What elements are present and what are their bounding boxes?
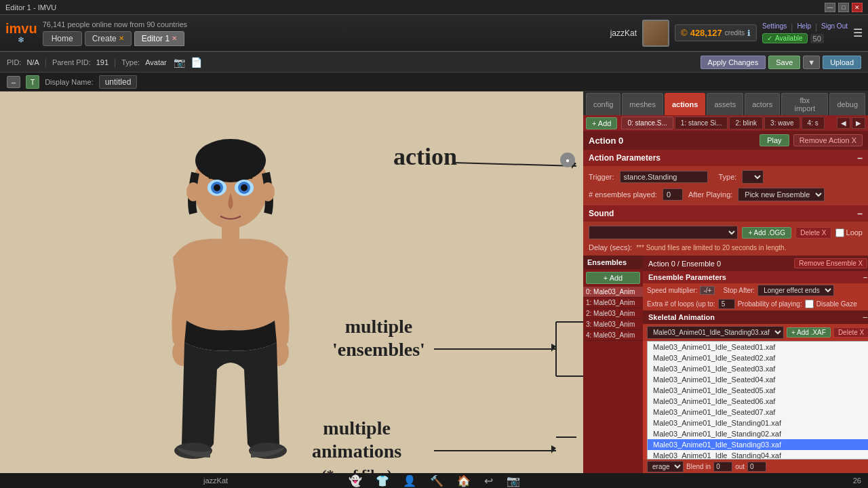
camera-icon[interactable]: 📷 [174,57,185,68]
apply-changes-button[interactable]: Apply Changes [701,56,766,69]
footer-icon-arrow[interactable]: ↩ [484,474,493,487]
info-icon[interactable]: ℹ [747,28,751,38]
skeletal-minimize[interactable]: – [863,312,868,322]
footer-icon-shirt[interactable]: 👕 [376,474,389,487]
footer-icon-tool[interactable]: 🔨 [430,474,443,487]
action-tab-3[interactable]: 3: wave [764,117,800,129]
dropdown-item[interactable]: Male03_Anime01_Idle_Seated02.xaf [648,352,868,363]
add-ensemble-button[interactable]: + Add [586,272,640,284]
file-icon[interactable]: 📄 [191,57,202,68]
dropdown-item[interactable]: Male03_Anime01_Idle_Standing02.xaf [648,428,868,439]
action-next-button[interactable]: ▶ [852,117,865,129]
ensemble-item-2[interactable]: 2: Male03_Anim [583,308,643,319]
dropdown-item[interactable]: Male03_Anime01_Idle_Seated04.xaf [648,374,868,385]
add-ogg-button[interactable]: + Add .OGG [742,227,791,239]
loop-checkbox[interactable] [835,228,844,237]
create-close-icon[interactable]: ✕ [119,35,124,42]
dropdown-item[interactable]: Male03_Anime01_Idle_Seated06.xaf [648,396,868,407]
svg-point-1 [195,139,266,182]
tab-actors[interactable]: actors [745,93,780,115]
dropdown-item[interactable]: Male03_Anime01_Idle_Seated03.xaf [648,363,868,374]
action-params-minimize[interactable]: – [857,152,863,163]
parent-pid-label: Parent PID: [52,58,91,66]
sound-minimize[interactable]: – [857,208,863,219]
editor-tab-button[interactable]: Editor 1 ✕ [134,31,184,46]
action-tab-0[interactable]: 0: stance.S... [621,117,673,129]
speed-adjust-button[interactable]: -/+ [700,286,715,295]
delete-ogg-button[interactable]: Delete X [795,227,831,239]
dropdown-item[interactable]: Male03_Anime01_Idle_Seated05.xaf [648,385,868,396]
save-button[interactable]: Save [768,56,800,69]
footer-icon-home[interactable]: 🏠 [457,474,471,487]
dropdown-item-selected[interactable]: Male03_Anime01_Idle_Standing03.xaf [648,439,868,450]
loops-input[interactable] [718,299,735,309]
speed-row: Speed multiplier: -/+ Stop After: Longer… [643,283,868,298]
action-tab-4[interactable]: 4: s [802,117,825,129]
editor-close-icon[interactable]: ✕ [172,35,177,42]
ensemble-item-4[interactable]: 4: Male03_Anim [583,330,643,341]
tab-assets[interactable]: assets [707,93,743,115]
footer-icon-person[interactable]: 👤 [403,474,416,487]
disable-gaze-checkbox[interactable] [805,300,814,308]
xaf-select[interactable]: Male03_Anime01_Idle_Standing03.xaf [647,326,784,339]
display-name-value[interactable]: untitled [99,75,138,89]
status-badge: ✓ Available [762,33,807,43]
action-prev-button[interactable]: ◀ [837,117,850,129]
tab-debug[interactable]: debug [829,93,865,115]
help-link[interactable]: Help [797,22,811,32]
blend-in-input[interactable] [713,462,732,472]
dropdown-item[interactable]: Male03_Anime01_Idle_Seated07.xaf [648,407,868,418]
ensemble-params-header: Ensemble Parameters – [643,271,868,283]
ensemble-params-minimize[interactable]: – [863,273,867,281]
signout-link[interactable]: Sign Out [821,22,848,32]
remove-ensemble-button[interactable]: Remove Ensemble X [794,258,867,268]
add-action-button[interactable]: + Add [586,117,617,129]
blend-type-select[interactable]: erage [647,461,684,472]
type-label: Type: [121,58,140,66]
ensemble-item-0[interactable]: 0: Male03_Anim [583,287,643,298]
right-panel: config meshes actions assets actors fbx … [583,92,868,473]
trigger-input[interactable] [620,171,708,183]
minimize-button[interactable]: — [825,3,835,12]
menu-icon[interactable]: ☰ [853,26,863,39]
delay-row: Delay (secs): *** Sound files are limite… [583,241,868,253]
blend-out-input[interactable] [747,462,766,472]
collapse-button[interactable]: – [7,76,20,88]
home-button[interactable]: Home [43,31,82,46]
close-button[interactable]: ✕ [852,3,863,12]
tab-actions[interactable]: actions [665,93,706,115]
blend-out-label: out [735,463,745,470]
ensemble-item-1[interactable]: 1: Male03_Anim [583,298,643,308]
ensembles-label: # ensembles played: [589,190,657,199]
checkmark-icon: ✓ [767,35,772,42]
create-button[interactable]: Create ✕ [85,31,132,46]
blend-row-1: erage Blend in out [643,460,868,473]
action-tab-1[interactable]: 1: stance Si... [675,117,728,129]
footer-icon-ghost[interactable]: 👻 [349,474,362,487]
after-playing-select[interactable]: Pick new Ensemble [738,188,825,201]
delete-xaf-button[interactable]: Delete X [833,327,868,338]
type-select[interactable] [742,170,764,184]
xaf-dropdown[interactable]: Male03_Anime01_Idle_Seated01.xaf Male03_… [647,341,868,460]
ensembles-input[interactable] [663,188,683,201]
tab-fbx-import[interactable]: fbx import [781,93,828,115]
upload-button[interactable]: Upload [823,56,861,69]
ensemble-item-3[interactable]: 3: Male03_Anim [583,319,643,330]
maximize-button[interactable]: □ [838,3,849,12]
tab-meshes[interactable]: meshes [622,93,663,115]
play-button[interactable]: Play [760,134,789,146]
dropdown-item[interactable]: Male03_Anime01_Idle_Seated01.xaf [648,342,868,352]
save-dropdown-button[interactable]: ▼ [803,56,820,69]
remove-action-button[interactable]: Remove Action X [793,134,863,146]
panel-scroll[interactable]: Action 0 Play Remove Action X Action Par… [583,131,868,473]
dropdown-item[interactable]: Male03_Anime01_Idle_Standing04.xaf [648,450,868,460]
dropdown-item[interactable]: Male03_Anime01_Idle_Standing01.xaf [648,418,868,428]
action-tab-2[interactable]: 2: blink [729,117,763,129]
tab-config[interactable]: config [586,93,620,115]
settings-link[interactable]: Settings [762,22,787,32]
expand-circle-button[interactable]: ● [560,152,575,167]
sound-select[interactable] [589,226,738,239]
stop-after-select[interactable]: Longer effect ends [757,285,834,296]
add-xaf-button[interactable]: + Add .XAF [787,327,831,338]
footer-icon-camera[interactable]: 📷 [507,474,520,487]
